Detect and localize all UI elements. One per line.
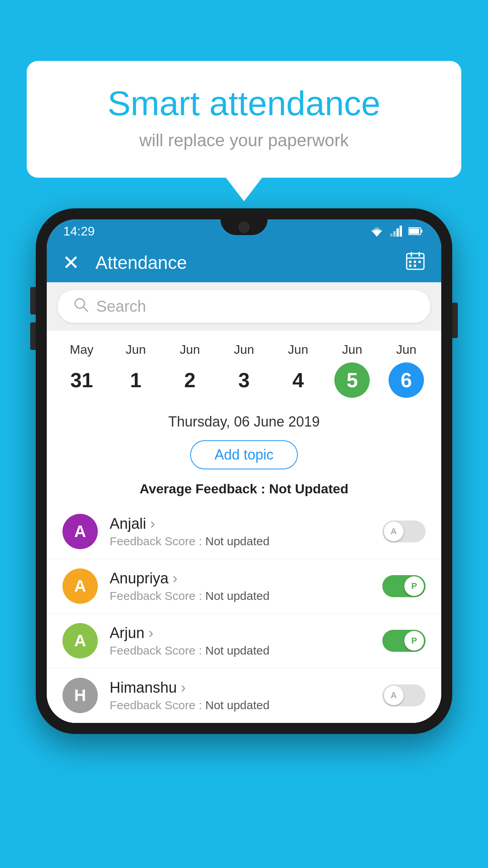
calendar-day[interactable]: May31: [58, 342, 105, 398]
svg-rect-6: [400, 226, 402, 237]
calendar-day[interactable]: Jun4: [275, 342, 322, 398]
student-name: Arjun: [110, 625, 371, 642]
student-info: HimanshuFeedback Score : Not updated: [110, 679, 371, 712]
avg-feedback-value: Not Updated: [269, 481, 349, 496]
svg-rect-5: [396, 228, 399, 237]
student-item[interactable]: AAnupriyaFeedback Score : Not updatedP: [47, 559, 441, 614]
toggle-switch[interactable]: A: [382, 520, 426, 542]
student-info: AnupriyaFeedback Score : Not updated: [110, 570, 371, 603]
cal-date-number: 1: [118, 362, 154, 398]
student-item[interactable]: HHimanshuFeedback Score : Not updatedA: [47, 668, 441, 723]
toggle-knob: A: [384, 686, 404, 705]
avg-feedback-label: Average Feedback :: [139, 481, 269, 496]
signal-icon: [390, 226, 402, 237]
svg-rect-3: [390, 234, 393, 237]
cal-date-number: 4: [281, 362, 316, 398]
battery-icon: [408, 227, 422, 235]
calendar-day[interactable]: Jun6: [383, 342, 430, 398]
attendance-toggle[interactable]: A: [382, 684, 426, 706]
calendar-day[interactable]: Jun5: [328, 342, 376, 398]
student-feedback: Feedback Score : Not updated: [110, 589, 371, 603]
wifi-icon: [370, 226, 384, 237]
app-title: Attendance: [95, 252, 389, 273]
student-name: Anjali: [110, 515, 371, 532]
add-topic-button[interactable]: Add topic: [190, 440, 298, 469]
toggle-knob: P: [404, 631, 424, 651]
calendar-day[interactable]: Jun2: [166, 342, 213, 398]
cal-month-label: Jun: [234, 342, 254, 357]
student-feedback: Feedback Score : Not updated: [110, 535, 371, 548]
vol-up-button: [30, 287, 36, 314]
calendar-day[interactable]: Jun1: [112, 342, 160, 398]
cal-date-number: 6: [389, 362, 424, 398]
attendance-toggle[interactable]: P: [382, 630, 426, 652]
cal-month-label: Jun: [342, 342, 363, 357]
cal-month-label: May: [70, 342, 94, 357]
search-bar-container: Search: [47, 282, 441, 331]
power-button: [452, 303, 458, 338]
attendance-toggle[interactable]: A: [382, 520, 426, 542]
cal-month-label: Jun: [126, 342, 146, 357]
speech-bubble-subtitle: will replace your paperwork: [58, 131, 430, 150]
student-avatar: A: [62, 568, 98, 604]
speech-bubble: Smart attendance will replace your paper…: [27, 61, 461, 178]
student-name: Anupriya: [110, 570, 371, 587]
toggle-switch[interactable]: A: [382, 684, 426, 706]
cal-month-label: Jun: [288, 342, 308, 357]
svg-rect-4: [393, 231, 396, 237]
app-bar: ✕ Attendance: [47, 243, 441, 282]
svg-rect-8: [421, 230, 422, 233]
svg-rect-12: [411, 252, 412, 257]
toggle-switch[interactable]: P: [382, 630, 426, 652]
status-time: 14:29: [63, 224, 95, 239]
student-list: AAnjaliFeedback Score : Not updatedAAAnu…: [47, 504, 441, 723]
svg-rect-11: [407, 257, 424, 259]
calendar-icon[interactable]: [405, 250, 426, 275]
phone-screen: 14:29: [47, 219, 441, 723]
attendance-toggle[interactable]: P: [382, 575, 426, 597]
selected-date: Thursday, 06 June 2019: [47, 406, 441, 434]
cal-date-number: 2: [172, 362, 207, 398]
cal-date-number: 3: [226, 362, 262, 398]
student-info: ArjunFeedback Score : Not updated: [110, 625, 371, 657]
avg-feedback: Average Feedback : Not Updated: [47, 477, 441, 504]
svg-line-20: [83, 307, 88, 311]
speech-bubble-title: Smart attendance: [58, 85, 430, 123]
svg-rect-13: [418, 252, 420, 257]
add-topic-container: Add topic: [47, 434, 441, 477]
svg-rect-18: [414, 265, 416, 267]
svg-rect-9: [409, 228, 419, 234]
calendar-strip: May31Jun1Jun2Jun3Jun4Jun5Jun6: [47, 331, 441, 406]
student-feedback: Feedback Score : Not updated: [110, 644, 371, 657]
search-icon: [73, 297, 88, 316]
student-feedback: Feedback Score : Not updated: [110, 699, 371, 712]
svg-rect-16: [418, 261, 421, 263]
cal-month-label: Jun: [180, 342, 200, 357]
student-avatar: A: [62, 623, 98, 658]
phone-shell: 14:29: [36, 208, 452, 734]
vol-down-button: [30, 322, 36, 350]
search-bar[interactable]: Search: [58, 290, 430, 323]
svg-rect-15: [414, 261, 416, 263]
svg-rect-14: [409, 261, 411, 263]
student-info: AnjaliFeedback Score : Not updated: [110, 515, 371, 548]
phone-wrapper: 14:29: [36, 208, 452, 734]
student-item[interactable]: AAnjaliFeedback Score : Not updatedA: [47, 504, 441, 559]
calendar-day[interactable]: Jun3: [220, 342, 268, 398]
status-icons: [370, 226, 422, 237]
student-item[interactable]: AArjunFeedback Score : Not updatedP: [47, 614, 441, 668]
student-name: Himanshu: [110, 679, 371, 696]
svg-rect-17: [409, 265, 411, 267]
close-button[interactable]: ✕: [62, 252, 80, 273]
cal-date-number: 31: [64, 362, 99, 398]
cal-month-label: Jun: [396, 342, 416, 357]
toggle-switch[interactable]: P: [382, 575, 426, 597]
toggle-knob: P: [404, 576, 424, 596]
camera: [238, 222, 250, 233]
cal-date-number: 5: [334, 362, 370, 398]
search-placeholder: Search: [96, 298, 146, 315]
student-avatar: A: [62, 514, 98, 549]
student-avatar: H: [62, 678, 98, 713]
toggle-knob: A: [384, 522, 404, 541]
